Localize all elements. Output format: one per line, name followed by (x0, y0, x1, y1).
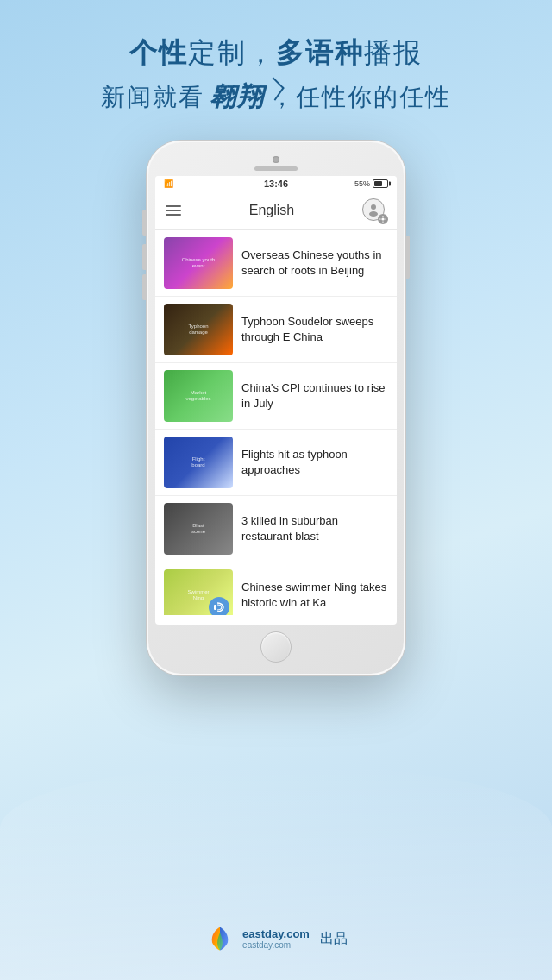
status-left: 📶 (164, 179, 173, 188)
svg-rect-4 (382, 221, 383, 223)
app-header: English (155, 192, 397, 230)
news-content-4: Flights hit as typhoon approaches (242, 447, 388, 478)
audio-badge (209, 597, 229, 615)
hamburger-line (166, 210, 181, 211)
hamburger-line (166, 205, 181, 207)
svg-point-2 (381, 217, 384, 220)
status-right: 55% (354, 179, 388, 188)
news-item-6[interactable]: SwimmerNing Chinese swimmer Ning takes h… (155, 562, 397, 615)
home-button[interactable] (260, 631, 292, 663)
svg-point-0 (371, 204, 376, 210)
svg-point-1 (369, 211, 378, 217)
news-thumbnail-3: Marketvegetables (164, 370, 233, 422)
news-thumbnail-2: Typhoondamage (164, 304, 233, 355)
eastday-logo-icon (204, 923, 235, 954)
thumb-label-2: Typhoondamage (186, 322, 210, 337)
svg-rect-7 (214, 605, 216, 610)
tagline-line2: 新闻就看 翱翔 ，任性你的任性 (17, 79, 535, 115)
news-content-6: Chinese swimmer Ning takes historic win … (242, 580, 388, 611)
phone-mockup: 📶 13:46 55% English (0, 141, 552, 675)
news-title-4: Flights hit as typhoon approaches (242, 447, 388, 478)
phone-body: 📶 13:46 55% English (147, 141, 405, 675)
tagline-bold-2: 多语种 (276, 37, 364, 68)
news-item-5[interactable]: Blastscene 3 killed in suburban restaura… (155, 496, 397, 562)
battery-icon (373, 179, 388, 188)
tagline-line1: 个性定制，多语种播报 (17, 35, 535, 72)
phone-bottom (155, 625, 397, 669)
logo-site: eastday.com (242, 927, 310, 940)
status-bar: 📶 13:46 55% (155, 176, 397, 192)
wifi-icon: 📶 (164, 179, 173, 188)
thumb-label-5: Blastscene (190, 521, 207, 537)
news-item-2[interactable]: Typhoondamage Typhoon Soudelor sweeps th… (155, 297, 397, 363)
thumb-label-1: Chinese youthevent (180, 255, 216, 271)
phone-top-details (155, 149, 397, 176)
phone-screen: 📶 13:46 55% English (155, 176, 397, 625)
logo-label: 出品 (320, 930, 348, 948)
news-title-5: 3 killed in suburban restaurant blast (242, 513, 388, 544)
news-thumbnail-5: Blastscene (164, 503, 233, 555)
user-profile-button[interactable] (362, 198, 386, 223)
gear-icon (378, 214, 388, 224)
news-title-6: Chinese swimmer Ning takes historic win … (242, 580, 388, 611)
thumb-label-6: SwimmerNing (186, 587, 211, 603)
logo-domain: eastday.com (242, 940, 310, 950)
svg-rect-5 (380, 218, 381, 219)
news-title-3: China's CPI continues to rise in July (242, 380, 388, 411)
battery-percent: 55% (354, 179, 370, 188)
news-thumbnail-4: Flightboard (164, 437, 233, 488)
news-thumbnail-1: Chinese youthevent (164, 237, 233, 289)
phone-speaker (254, 166, 298, 171)
app-title: English (249, 203, 294, 218)
app-tagline-area: 个性定制，多语种播报 新闻就看 翱翔 ，任性你的任性 (0, 0, 552, 132)
svg-rect-6 (385, 218, 386, 219)
thumb-label-3: Marketvegetables (184, 388, 212, 404)
brand-name: 翱翔 (210, 79, 265, 115)
news-content-3: China's CPI continues to rise in July (242, 380, 388, 411)
news-item-4[interactable]: Flightboard Flights hit as typhoon appro… (155, 430, 397, 496)
news-thumbnail-6: SwimmerNing (164, 569, 233, 615)
logo-text-group: eastday.com eastday.com (242, 927, 310, 950)
phone-camera (273, 156, 279, 163)
svg-rect-3 (382, 216, 383, 217)
thumb-label-4: Flightboard (190, 455, 206, 470)
news-content-1: Overseas Chinese youths in search of roo… (242, 248, 388, 279)
bottom-logo-area: eastday.com eastday.com 出品 (0, 923, 552, 954)
news-title-1: Overseas Chinese youths in search of roo… (242, 248, 388, 279)
news-content-2: Typhoon Soudelor sweeps through E China (242, 314, 388, 345)
hamburger-line (166, 214, 181, 216)
tagline-bold-1: 个性 (129, 37, 188, 68)
status-time: 13:46 (264, 179, 288, 189)
news-item-1[interactable]: Chinese youthevent Overseas Chinese yout… (155, 230, 397, 297)
news-item-3[interactable]: Marketvegetables China's CPI continues t… (155, 363, 397, 430)
menu-button[interactable] (166, 205, 181, 216)
news-title-2: Typhoon Soudelor sweeps through E China (242, 314, 388, 345)
news-content-5: 3 killed in suburban restaurant blast (242, 513, 388, 544)
battery-fill (374, 181, 382, 186)
news-list: Chinese youthevent Overseas Chinese yout… (155, 230, 397, 615)
